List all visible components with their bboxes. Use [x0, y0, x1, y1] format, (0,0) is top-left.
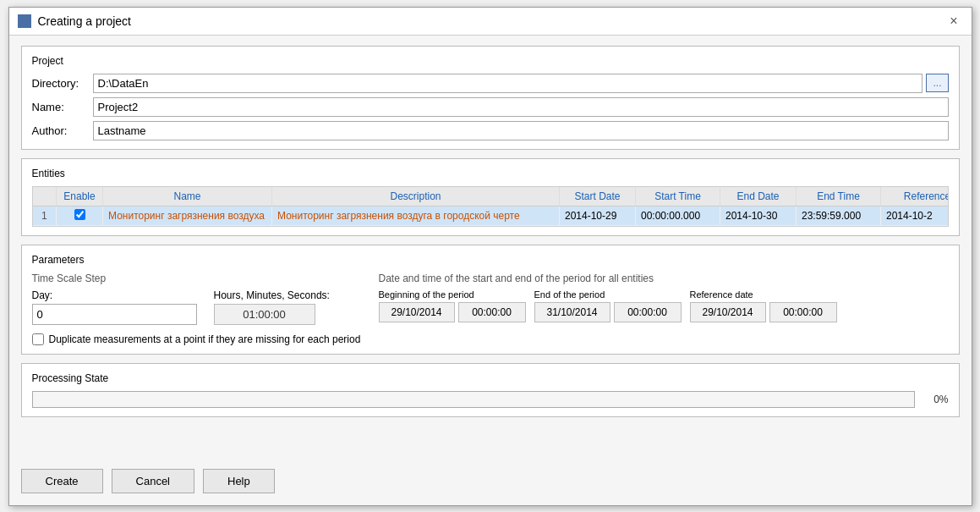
date-time-label: Date and time of the start and end of th… — [379, 273, 949, 284]
parameters-section-label: Parameters — [32, 254, 949, 266]
reference-time-input[interactable] — [769, 302, 837, 322]
hms-label: Hours, Minutes, Seconds: — [214, 289, 330, 301]
directory-label: Directory: — [32, 77, 93, 90]
reference-date-label: Reference date — [690, 289, 837, 300]
beginning-label: Beginning of the period — [379, 289, 526, 300]
end-period-label: End of the period — [534, 289, 682, 300]
dialog-body: Project Directory: ... Name: Author: Ent… — [9, 36, 972, 460]
end-time-input[interactable] — [614, 302, 682, 322]
table-row[interactable]: 1 Мониторинг загрязнения воздуха Монитор… — [33, 206, 949, 225]
duplicate-checkbox[interactable] — [32, 333, 44, 345]
parameters-section: Parameters Time Scale Step Day: Hours, M… — [21, 245, 960, 355]
name-row: Name: — [32, 97, 949, 117]
help-button[interactable]: Help — [203, 469, 275, 493]
day-input[interactable] — [32, 304, 197, 325]
duplicate-label: Duplicate measurements at a point if the… — [49, 333, 361, 345]
name-label: Name: — [32, 101, 93, 113]
hms-input[interactable] — [214, 304, 315, 325]
col-end-date-header: End Date — [720, 187, 797, 206]
row-reference: 2014-10-2 — [881, 206, 949, 225]
progress-bar-outer — [32, 391, 915, 408]
browse-button[interactable]: ... — [926, 74, 948, 92]
footer: Create Cancel Help — [9, 460, 972, 505]
time-scale-label: Time Scale Step — [32, 273, 353, 284]
row-end-time: 23:59:59.000 — [797, 206, 881, 225]
col-desc-header: Description — [272, 187, 560, 206]
name-input[interactable] — [93, 97, 949, 117]
col-enable-header: Enable — [57, 187, 103, 206]
author-input[interactable] — [93, 121, 949, 140]
row-name: Мониторинг загрязнения воздуха — [103, 206, 272, 225]
row-start-time: 00:00:00.000 — [636, 206, 720, 225]
row-description: Мониторинг загрязнения воздуга в городск… — [272, 206, 560, 225]
close-button[interactable]: × — [944, 13, 962, 30]
end-date-input[interactable] — [534, 302, 610, 322]
progress-percent: 0% — [922, 394, 949, 405]
dialog-icon — [18, 14, 31, 28]
col-num-header — [33, 187, 57, 206]
entities-table-wrapper: Enable Name Description Start Date Start… — [32, 186, 949, 227]
table-header-row: Enable Name Description Start Date Start… — [33, 187, 949, 206]
col-end-time-header: End Time — [797, 187, 881, 206]
author-label: Author: — [32, 124, 93, 137]
create-button[interactable]: Create — [21, 469, 103, 493]
enable-checkbox[interactable] — [74, 209, 85, 220]
dialog-title: Creating a project — [38, 14, 132, 28]
project-section: Project Directory: ... Name: Author: — [21, 46, 960, 150]
col-name-header: Name — [103, 187, 272, 206]
entities-section-label: Entities — [32, 168, 949, 179]
cancel-button[interactable]: Cancel — [112, 469, 194, 493]
col-ref-header: Reference — [881, 187, 949, 206]
dialog-window: Creating a project × Project Directory: … — [8, 7, 972, 506]
beginning-time-input[interactable] — [458, 302, 526, 322]
row-end-date: 2014-10-30 — [720, 206, 797, 225]
col-start-time-header: Start Time — [636, 187, 720, 206]
directory-input[interactable] — [93, 74, 923, 93]
col-start-date-header: Start Date — [560, 187, 636, 206]
processing-section-label: Processing State — [32, 372, 949, 384]
beginning-date-input[interactable] — [379, 302, 455, 322]
row-num: 1 — [33, 206, 57, 225]
title-bar: Creating a project × — [9, 8, 972, 36]
processing-section: Processing State 0% — [21, 363, 960, 417]
day-label: Day: — [32, 289, 197, 301]
entities-table: Enable Name Description Start Date Start… — [33, 187, 949, 226]
directory-row: Directory: ... — [32, 74, 949, 93]
row-start-date: 2014-10-29 — [560, 206, 636, 225]
author-row: Author: — [32, 121, 949, 140]
reference-date-input[interactable] — [690, 302, 766, 322]
project-section-label: Project — [32, 55, 949, 67]
row-enable[interactable] — [57, 206, 103, 225]
entities-section: Entities Enable Name Description Start D… — [21, 158, 960, 236]
